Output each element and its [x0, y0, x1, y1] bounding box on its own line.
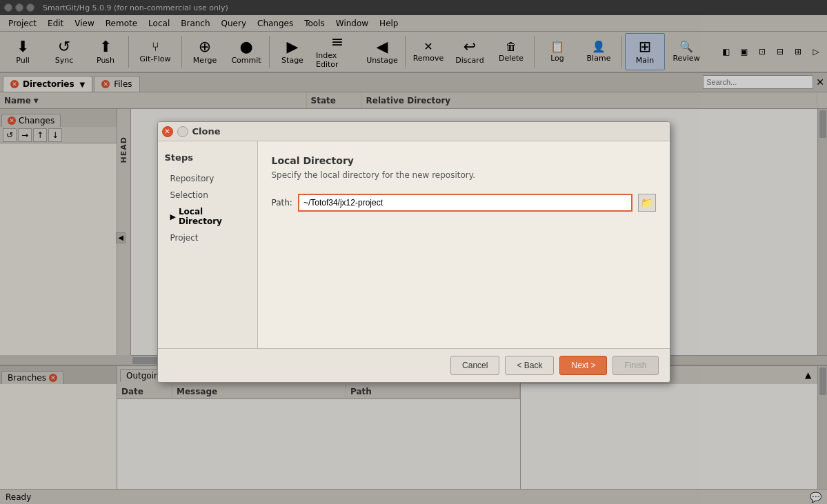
step-local-directory[interactable]: ▶ Local Directory: [165, 204, 250, 229]
step-project[interactable]: Project: [165, 230, 250, 245]
dialog-titlebar: ✕ Clone: [158, 122, 670, 141]
step-arrow-icon: ▶: [170, 212, 176, 221]
steps-title: Steps: [165, 152, 250, 163]
step-selection[interactable]: Selection: [165, 188, 250, 203]
dialog-close-button[interactable]: ✕: [162, 126, 173, 137]
step-repository[interactable]: Repository: [165, 171, 250, 186]
dialog-section-desc: Specify the local directory for the new …: [272, 170, 656, 180]
step-local-directory-label: Local Directory: [179, 207, 245, 226]
cancel-button[interactable]: Cancel: [450, 356, 499, 375]
dialog-main-content: Local Directory Specify the local direct…: [258, 141, 670, 348]
step-selection-label: Selection: [170, 190, 208, 200]
path-label: Path:: [272, 198, 292, 208]
clone-dialog-overlay: ✕ Clone Steps Repository Selection ▶ Loc…: [0, 0, 827, 504]
dialog-title: Clone: [192, 126, 221, 137]
step-repository-label: Repository: [170, 174, 215, 183]
path-input[interactable]: [298, 194, 632, 212]
back-button[interactable]: < Back: [505, 356, 554, 375]
clone-dialog: ✕ Clone Steps Repository Selection ▶ Loc…: [157, 121, 670, 383]
browse-button[interactable]: 📁: [638, 194, 656, 212]
path-field: Path: 📁: [272, 194, 656, 212]
dialog-min-button[interactable]: [177, 126, 188, 137]
finish-button[interactable]: Finish: [612, 356, 658, 375]
dialog-section-title: Local Directory: [272, 155, 656, 166]
step-project-label: Project: [170, 233, 199, 243]
dialog-body: Steps Repository Selection ▶ Local Direc…: [158, 141, 670, 348]
next-button[interactable]: Next >: [559, 356, 607, 375]
dialog-steps-panel: Steps Repository Selection ▶ Local Direc…: [158, 141, 258, 348]
dialog-footer: Cancel < Back Next > Finish: [158, 348, 670, 382]
